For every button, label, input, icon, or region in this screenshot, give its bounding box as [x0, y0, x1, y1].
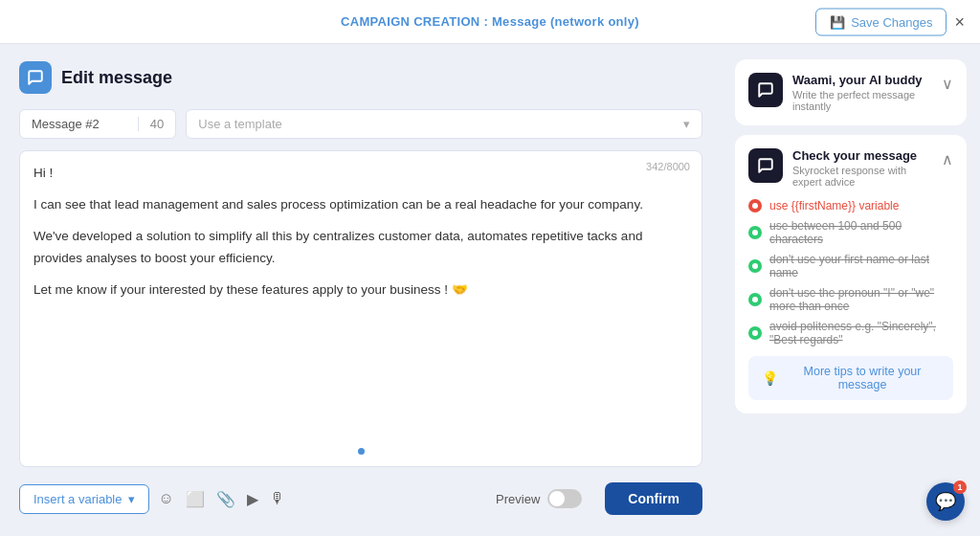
message-label-box: Message #2 40: [19, 109, 176, 139]
check-item: don't use your first name or last name: [748, 253, 953, 279]
video-icon[interactable]: ▶: [247, 490, 258, 508]
confirm-button[interactable]: Confirm: [605, 482, 702, 515]
chat-icon: 💬: [935, 491, 956, 512]
ai-icon: [748, 73, 783, 107]
check-subtitle: Skyrocket response with expert advice: [792, 165, 932, 188]
chevron-down-icon: ▾: [128, 492, 135, 506]
check-dot-green: [748, 226, 762, 239]
insert-variable-button[interactable]: Insert a variable ▾: [19, 484, 149, 514]
top-bar-actions: 💾 Save Changes ×: [815, 8, 965, 35]
chevron-up-icon[interactable]: ∧: [942, 150, 953, 168]
chat-bubble[interactable]: 💬 1: [926, 482, 965, 521]
toolbar-icons: ☺ ⬜ 📎 ▶ 🎙: [159, 490, 285, 508]
paperclip-icon[interactable]: 📎: [216, 490, 235, 508]
close-button[interactable]: ×: [954, 13, 965, 31]
template-select[interactable]: Use a template ▾: [186, 109, 702, 139]
check-item: avoid politeness e.g. "Sincerely", "Best…: [748, 320, 953, 346]
panel-icon: [19, 61, 52, 94]
check-icon: [748, 148, 783, 183]
preview-row: Preview: [496, 489, 582, 508]
char-count: 342/8000: [646, 161, 690, 172]
top-bar: CAMPAIGN CREATION : Message (network onl…: [0, 0, 980, 44]
check-items: use {{firstName}} variable use between 1…: [748, 199, 953, 346]
check-item: use {{firstName}} variable: [748, 199, 953, 212]
main-layout: Edit message Message #2 40 Use a templat…: [0, 44, 980, 536]
check-dot-green: [748, 326, 762, 340]
campaign-title: CAMPAIGN CREATION : Message (network onl…: [341, 14, 639, 29]
dot-row: [33, 448, 688, 455]
check-item: don't use the pronoun "I" or "we" more t…: [748, 286, 953, 313]
check-dot-red: [748, 199, 762, 212]
save-icon: 💾: [830, 14, 845, 29]
chevron-down-icon: ▾: [683, 117, 690, 131]
message-text: Hi ! I can see that lead management and …: [33, 163, 688, 440]
chevron-down-icon[interactable]: ∨: [942, 75, 953, 93]
bottom-toolbar-left: Insert a variable ▾ ☺ ⬜ 📎 ▶ 🎙: [19, 484, 285, 514]
check-title: Check your message: [792, 148, 932, 163]
panel-header: Edit message: [19, 61, 702, 94]
chat-badge: 1: [953, 480, 967, 494]
mic-icon[interactable]: 🎙: [270, 490, 285, 507]
emoji-icon[interactable]: ☺: [159, 490, 174, 507]
ai-buddy-card: Waami, your AI buddy Write the perfect m…: [735, 59, 967, 125]
preview-toggle[interactable]: [547, 489, 582, 508]
preview-label: Preview: [496, 492, 540, 506]
ai-buddy-subtitle: Write the perfect message instantly: [792, 89, 932, 112]
save-changes-button[interactable]: 💾 Save Changes: [815, 8, 947, 35]
tips-icon: 💡: [762, 370, 778, 386]
scroll-dot: [358, 448, 365, 455]
message-meta-row: Message #2 40 Use a template ▾: [19, 109, 702, 139]
check-dot-green: [748, 259, 762, 273]
image-icon[interactable]: ⬜: [186, 490, 205, 508]
check-message-card: Check your message Skyrocket response wi…: [735, 135, 967, 413]
ai-buddy-title: Waami, your AI buddy: [792, 73, 932, 87]
check-item: use between 100 and 500 characters: [748, 219, 953, 246]
right-panel: Waami, your AI buddy Write the perfect m…: [722, 44, 980, 536]
panel-title: Edit message: [61, 68, 172, 88]
tips-button[interactable]: 💡 More tips to write your message: [748, 356, 953, 400]
message-editor-area[interactable]: 342/8000 Hi ! I can see that lead manage…: [19, 150, 702, 467]
check-dot-green: [748, 293, 762, 306]
left-panel: Edit message Message #2 40 Use a templat…: [0, 44, 722, 536]
